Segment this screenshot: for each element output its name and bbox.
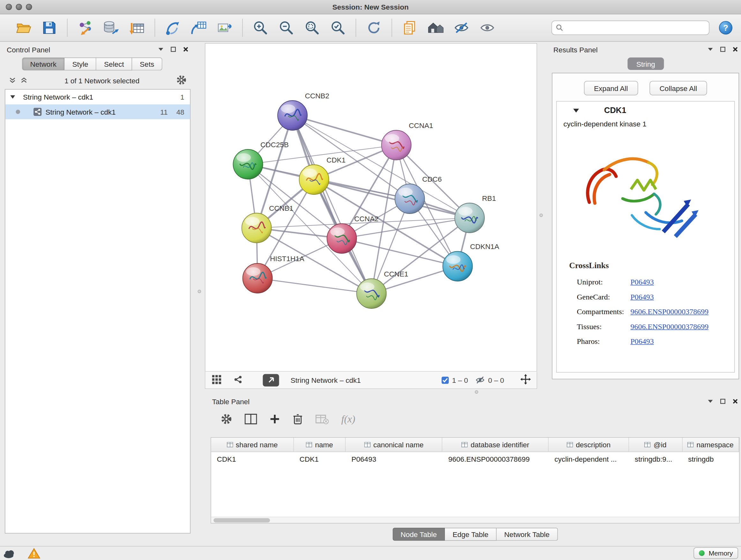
network-overview-share-icon[interactable]: [233, 375, 243, 385]
column-header[interactable]: namespace: [682, 438, 739, 452]
tab-edge-table[interactable]: Edge Table: [445, 528, 496, 541]
scrollbar-thumb[interactable]: [213, 518, 270, 523]
tab-network[interactable]: Network: [22, 57, 65, 71]
export-image-button[interactable]: [212, 17, 238, 39]
function-builder-button[interactable]: f(x): [341, 413, 355, 425]
panel-menu-icon[interactable]: [708, 399, 713, 403]
network-node-CCNB1[interactable]: CCNB1: [242, 204, 293, 243]
table-cell[interactable]: cyclin-dependent ...: [549, 452, 629, 465]
network-options-gear-icon[interactable]: [176, 74, 187, 86]
import-network-file-button[interactable]: [72, 17, 98, 39]
import-table-button[interactable]: [124, 17, 150, 39]
collapse-all-button[interactable]: Collapse All: [650, 81, 707, 96]
close-panel-icon[interactable]: [183, 47, 189, 52]
table-cell[interactable]: 9606.ENSP00000378699: [443, 452, 549, 465]
network-collection-row[interactable]: String Network – cdk1 1: [5, 90, 190, 105]
crosslink-link[interactable]: 9606.ENSP00000378699: [630, 307, 709, 316]
float-panel-icon[interactable]: [720, 47, 726, 52]
network-node-CDKN1A[interactable]: CDKN1A: [443, 243, 499, 281]
close-panel-icon[interactable]: [732, 47, 738, 52]
table-cell[interactable]: P06493: [346, 452, 442, 465]
network-row[interactable]: String Network – cdk1 11 48: [5, 105, 190, 119]
welcome-screen-button[interactable]: [423, 17, 449, 39]
show-graphics-details-button[interactable]: [397, 17, 423, 39]
zoom-in-button[interactable]: [248, 17, 273, 39]
column-header[interactable]: @id: [629, 438, 682, 452]
network-node-CCNB2[interactable]: CCNB2: [278, 92, 329, 131]
network-node-CCNE1[interactable]: CCNE1: [357, 270, 408, 309]
new-network-from-selection-button[interactable]: [186, 17, 212, 39]
network-node-CDK1[interactable]: CDK1: [299, 156, 346, 195]
minimize-window-button[interactable]: [16, 4, 22, 10]
help-button[interactable]: ?: [716, 17, 735, 39]
network-edge[interactable]: [293, 116, 397, 145]
import-network-database-button[interactable]: [98, 17, 124, 39]
network-node-CCNA1[interactable]: CCNA1: [382, 122, 433, 160]
crosslink-link[interactable]: 9606.ENSP00000378699: [630, 322, 709, 331]
column-header[interactable]: name: [293, 438, 346, 452]
zoom-fit-button[interactable]: [299, 17, 325, 39]
table-cell[interactable]: CDK1: [293, 452, 346, 465]
pan-crosshair-icon[interactable]: [521, 374, 531, 386]
table-cell[interactable]: stringdb:9...: [629, 452, 682, 465]
first-neighbors-button[interactable]: [160, 17, 186, 39]
show-columns-button[interactable]: [245, 414, 257, 424]
close-window-button[interactable]: [6, 4, 12, 10]
tab-network-table[interactable]: Network Table: [496, 528, 558, 541]
collapse-all-networks-icon[interactable]: [9, 76, 16, 84]
hide-selected-button[interactable]: [449, 17, 475, 39]
panel-menu-icon[interactable]: [708, 48, 713, 51]
column-header[interactable]: shared name: [211, 438, 294, 452]
search-input[interactable]: [566, 24, 705, 32]
left-splitter-handle[interactable]: [198, 290, 201, 294]
create-column-button[interactable]: [270, 414, 280, 424]
float-panel-icon[interactable]: [720, 398, 726, 404]
close-panel-icon[interactable]: [732, 398, 738, 404]
table-row[interactable]: CDK1 CDK1 P06493 9606.ENSP00000378699 cy…: [211, 452, 739, 465]
column-header[interactable]: database identifier: [443, 438, 549, 452]
float-panel-icon[interactable]: [171, 47, 176, 52]
open-session-button[interactable]: [10, 17, 37, 39]
open-in-new-window-button[interactable]: [263, 374, 279, 386]
crosslink-link[interactable]: P06493: [630, 277, 654, 286]
tab-sets[interactable]: Sets: [132, 57, 162, 71]
memory-button[interactable]: Memory: [694, 548, 738, 559]
panel-menu-icon[interactable]: [158, 48, 164, 51]
delete-column-button[interactable]: [293, 414, 303, 425]
network-canvas[interactable]: CCNB2CCNA1CDC25BCDK1CDC6RB1CCNB1CCNA2CDK…: [205, 44, 537, 371]
zoom-selected-button[interactable]: [325, 17, 351, 39]
expand-all-networks-icon[interactable]: [20, 76, 28, 84]
network-edge[interactable]: [293, 116, 372, 294]
network-edge[interactable]: [342, 239, 458, 266]
network-node-HIST1H1A[interactable]: HIST1H1A: [243, 255, 305, 294]
expand-all-button[interactable]: Expand All: [584, 81, 638, 96]
tab-style[interactable]: Style: [65, 57, 97, 71]
network-edge[interactable]: [258, 278, 372, 294]
tab-string[interactable]: String: [628, 57, 664, 70]
birds-eye-grid-icon[interactable]: [212, 375, 221, 385]
tab-select[interactable]: Select: [96, 57, 132, 71]
tab-node-table[interactable]: Node Table: [393, 528, 445, 541]
right-splitter-handle[interactable]: [540, 213, 543, 217]
table-cell[interactable]: CDK1: [211, 452, 294, 465]
section-collapse-icon[interactable]: [573, 108, 580, 113]
save-session-button[interactable]: [37, 17, 62, 39]
network-node-RB1[interactable]: RB1: [455, 194, 496, 233]
warnings-button[interactable]: [28, 548, 40, 559]
show-selected-button[interactable]: [475, 17, 500, 39]
zoom-out-button[interactable]: [273, 17, 299, 39]
table-cell[interactable]: stringdb: [682, 452, 739, 465]
horizontal-splitter-handle[interactable]: [475, 390, 478, 394]
apply-layout-button[interactable]: [361, 17, 387, 39]
network-edge[interactable]: [314, 180, 470, 218]
column-header[interactable]: canonical name: [346, 438, 442, 452]
table-options-button[interactable]: [221, 414, 232, 425]
horizontal-scrollbar[interactable]: [211, 517, 739, 523]
column-header[interactable]: description: [549, 438, 629, 452]
zoom-window-button[interactable]: [26, 4, 32, 10]
network-node-CDC6[interactable]: CDC6: [395, 175, 442, 214]
cloud-status-button[interactable]: [3, 548, 16, 558]
tree-expand-icon[interactable]: [10, 95, 16, 99]
crosslink-link[interactable]: P06493: [630, 337, 654, 346]
crosslink-link[interactable]: P06493: [630, 293, 654, 301]
